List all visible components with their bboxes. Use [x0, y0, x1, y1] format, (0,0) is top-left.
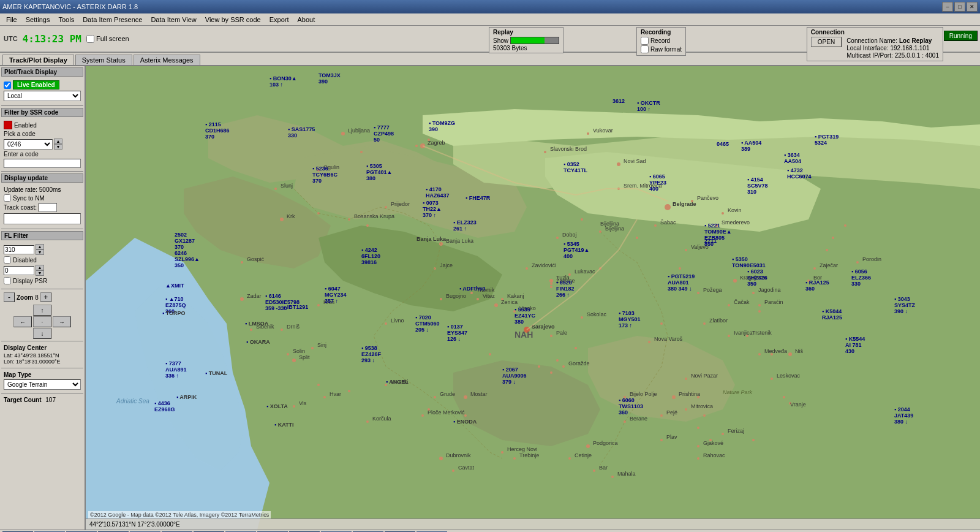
lon-value: 18°18'31.00000°E: [16, 359, 60, 365]
svg-point-49: [317, 304, 320, 306]
svg-point-47: [562, 365, 565, 368]
svg-point-87: [660, 439, 663, 441]
running-button[interactable]: Running: [944, 31, 978, 41]
multicast-value: 225.0.0.1 : 4001: [895, 52, 939, 59]
copyright-text: ©2012 Google - Map data ©2012 Tele Atlas…: [88, 511, 271, 519]
plot-track-section-header[interactable]: Plot/Track Display: [1, 67, 83, 77]
svg-text:Nova Varoš: Nova Varoš: [654, 336, 683, 342]
code-select[interactable]: 0246: [4, 139, 53, 150]
svg-text:Pejë: Pejë: [666, 409, 677, 416]
svg-text:Hvar: Hvar: [330, 391, 341, 397]
svg-point-74: [728, 304, 730, 306]
fullscreen-checkbox[interactable]: [86, 35, 94, 43]
map-area[interactable]: Zagreb Ljubljana Sarajevo Belgrade Banja…: [86, 66, 980, 530]
close-button[interactable]: ✕: [967, 2, 978, 12]
record-label: Record: [650, 37, 670, 44]
svg-text:Sarajevo: Sarajevo: [532, 324, 555, 330]
code-down-btn[interactable]: ▼: [54, 144, 62, 150]
menu-view-ssr[interactable]: View by SSR code: [202, 15, 265, 25]
lon-label: Lon:: [4, 359, 15, 365]
svg-point-13: [439, 457, 443, 460]
svg-text:Pančevo: Pančevo: [697, 195, 718, 201]
svg-text:Medveđa: Medveđa: [764, 348, 787, 354]
svg-point-97: [783, 396, 785, 398]
code-up-btn[interactable]: ▲: [54, 139, 62, 144]
menu-data-item-presence[interactable]: Data Item Presence: [79, 15, 146, 25]
svg-text:Bijelo Polje: Bijelo Polje: [630, 391, 657, 397]
svg-text:Livno: Livno: [391, 317, 404, 324]
svg-text:Mahala: Mahala: [617, 471, 636, 477]
nav-right-btn[interactable]: →: [53, 316, 71, 327]
sync-to-nm-checkbox[interactable]: [4, 194, 11, 202]
zoom-plus-btn[interactable]: +: [40, 292, 51, 302]
fl2-down-btn[interactable]: ▼: [36, 270, 44, 276]
live-enabled-checkbox[interactable]: [4, 82, 11, 89]
svg-text:Solin: Solin: [293, 348, 305, 354]
menu-data-item-view[interactable]: Data Item View: [147, 15, 200, 25]
tab-system-status[interactable]: System Status: [75, 55, 132, 65]
raw-format-checkbox[interactable]: [641, 45, 649, 53]
open-button[interactable]: OPEN: [811, 37, 842, 47]
svg-point-176: [593, 469, 595, 472]
fl-input[interactable]: [4, 245, 34, 254]
pick-code-label: Pick a code: [4, 131, 81, 137]
svg-text:Kovin: Kovin: [728, 207, 742, 213]
filter-ssr-content: Enabled Pick a code 0246 ▲ ▼ Enter a cod…: [1, 118, 83, 169]
display-psr-checkbox[interactable]: [4, 277, 11, 284]
fl-filter-header[interactable]: FL Filter: [1, 231, 83, 240]
menu-about[interactable]: About: [293, 15, 318, 25]
utc-label: UTC: [4, 35, 18, 42]
fullscreen-label[interactable]: Full screen: [86, 35, 129, 43]
svg-point-39: [544, 151, 546, 153]
svg-text:Vis: Vis: [299, 400, 307, 406]
fl-down-btn[interactable]: ▼: [36, 249, 44, 255]
enabled-label: Enabled: [14, 122, 37, 129]
live-enabled-button[interactable]: Live Enabled: [13, 80, 59, 89]
menu-settings[interactable]: Settings: [22, 15, 54, 25]
fl2-input[interactable]: [4, 266, 34, 275]
svg-point-71: [660, 322, 663, 325]
record-checkbox[interactable]: [641, 37, 649, 45]
svg-point-78: [728, 335, 730, 337]
disabled-checkbox[interactable]: [4, 256, 11, 264]
menu-file[interactable]: File: [2, 15, 21, 25]
svg-text:Korčula: Korčula: [372, 416, 391, 422]
conn-name-value: Loc Replay: [899, 37, 932, 44]
svg-text:Zaječar: Zaječar: [820, 262, 838, 268]
replay-progress: [510, 37, 559, 44]
menu-export[interactable]: Export: [266, 15, 293, 25]
filter-ssr-header[interactable]: Filter by SSR code: [1, 108, 83, 117]
menu-tools[interactable]: Tools: [55, 15, 78, 25]
fl2-up-btn[interactable]: ▲: [36, 265, 44, 270]
svg-text:Ljubljana: Ljubljana: [348, 127, 370, 134]
svg-point-155: [550, 286, 552, 288]
svg-text:Sinj: Sinj: [317, 342, 326, 348]
map-type-select[interactable]: Google Terrain: [4, 379, 81, 390]
nav-up-btn[interactable]: ↑: [33, 305, 51, 316]
tab-track-plot[interactable]: Track/Plot Display: [2, 55, 74, 65]
fl-up-btn[interactable]: ▲: [36, 244, 44, 249]
track-coast-input[interactable]: 3: [39, 203, 57, 212]
svg-point-191: [709, 439, 712, 441]
svg-text:Šibenik: Šibenik: [256, 324, 274, 330]
nav-down-btn[interactable]: ↓: [33, 328, 51, 339]
display-update-header[interactable]: Display update: [1, 173, 83, 183]
svg-point-82: [697, 396, 699, 398]
minimize-button[interactable]: –: [942, 2, 953, 12]
code-input[interactable]: [4, 159, 81, 168]
target-count-label: Target Count: [4, 397, 41, 403]
svg-text:Banja Luka: Banja Luka: [417, 236, 447, 242]
maximize-button[interactable]: □: [954, 2, 965, 12]
tab-asterix-messages[interactable]: Asterix Messages: [134, 55, 200, 65]
svg-point-72: [703, 322, 706, 325]
svg-point-182: [611, 476, 614, 478]
titlebar-controls: – □ ✕: [942, 2, 978, 12]
zoom-minus-btn[interactable]: -: [4, 292, 15, 302]
svg-point-15: [464, 395, 467, 399]
svg-point-91: [697, 427, 699, 429]
nav-left-btn[interactable]: ←: [13, 316, 32, 327]
local-select[interactable]: Local: [4, 91, 81, 101]
svg-text:Trebinje: Trebinje: [519, 452, 539, 458]
svg-text:Kakanj: Kakanj: [507, 293, 524, 299]
nav-center-btn[interactable]: ·: [33, 316, 51, 327]
